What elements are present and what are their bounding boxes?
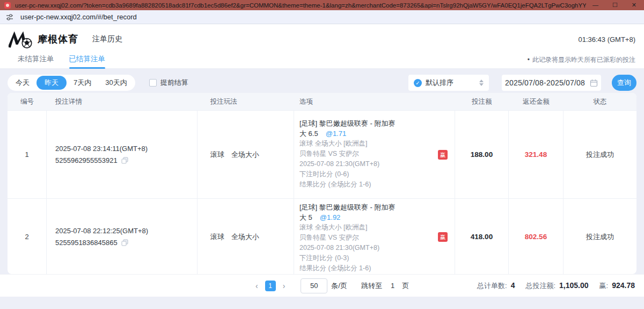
tab-unsettled-bets[interactable]: 未结算注单	[18, 54, 54, 69]
col-header-selection: 选项	[294, 93, 455, 110]
sort-selected-label: 默认排序	[426, 78, 479, 88]
selection-pick: 大 5	[299, 213, 312, 221]
total-stake-value: 1,105.00	[559, 281, 589, 290]
url-text[interactable]: user-pc-new.xxqj02.com/#/bet_record	[20, 13, 137, 21]
total-stake-label: 总投注额:	[525, 281, 555, 291]
table-row: 1 2025-07-08 23:14:11(GMT+8) 52559629555…	[8, 110, 636, 198]
cell-play-type: 滚球 全场大小	[197, 199, 294, 274]
early-settlement-filter: 提前结算	[149, 78, 188, 88]
window-title: user-pc-new.xxqj02.com/?token=cdb3a9689f…	[15, 2, 586, 9]
check-circle-icon: ✓	[414, 79, 422, 87]
sort-carets-icon	[479, 80, 484, 86]
selection-live-score: 下注时比分 (0-6)	[299, 169, 349, 179]
current-page-button[interactable]: 1	[265, 281, 276, 291]
total-count-label: 总计单数:	[477, 281, 507, 291]
calendar-icon	[590, 79, 598, 87]
per-page-label: 条/页	[331, 281, 347, 291]
bet-time: 2025-07-08 23:14:11(GMT+8)	[55, 143, 148, 155]
cell-play-type: 滚球 全场大小	[197, 111, 294, 198]
cell-no: 1	[8, 111, 47, 198]
app-window: user-pc-new.xxqj02.com/?token=cdb3a9689f…	[0, 0, 644, 309]
date-range-picker[interactable]: 2025/07/08-2025/07/08	[502, 75, 601, 91]
table-header-row: 编号 投注详情 投注玩法 选项 投注额 返还金额 状态	[8, 93, 636, 110]
cell-status: 投注成功	[564, 199, 636, 274]
selection-market: 滚球 全场大小 [欧洲盘]	[299, 222, 367, 233]
search-button[interactable]: 查询	[612, 75, 636, 91]
col-header-stake: 投注额	[455, 93, 509, 110]
selection-match: 贝鲁特星 VS 安萨尔	[299, 149, 359, 159]
bet-time: 2025-07-08 22:12:25(GMT+8)	[55, 225, 148, 237]
page-unit-label: 页	[402, 281, 409, 291]
selection-league: [足球] 黎巴嫩超级联赛 - 附加赛	[299, 202, 395, 212]
site-settings-icon[interactable]	[5, 13, 14, 21]
selection-league: [足球] 黎巴嫩超级联赛 - 附加赛	[299, 118, 395, 128]
jump-page-input[interactable]: 1	[391, 282, 394, 290]
record-notice: •此记录将显示昨天所有已派彩的投注	[528, 54, 635, 64]
selection-match: 贝鲁特星 VS 安萨尔	[299, 233, 359, 243]
early-settlement-checkbox[interactable]	[149, 79, 157, 87]
selection-match-time: 2025-07-08 21:30(GMT+8)	[299, 159, 379, 169]
maximize-button[interactable]: ☐	[612, 0, 618, 10]
quick-range-group: 今天 昨天 7天内 30天内	[8, 75, 135, 91]
range-today-button[interactable]: 今天	[9, 76, 36, 90]
early-settlement-label: 提前结算	[160, 78, 188, 88]
page-size-input[interactable]	[301, 278, 327, 293]
cell-bet-detail: 2025-07-08 23:14:11(GMT+8) 5255962955553…	[47, 111, 197, 198]
col-header-payout: 返还金额	[509, 93, 564, 110]
total-win-label: 赢:	[599, 281, 609, 291]
tab-settled-bets[interactable]: 已结算注单	[69, 54, 106, 69]
browser-address-bar[interactable]: user-pc-new.xxqj02.com/#/bet_record	[0, 10, 644, 24]
bet-record-table: 编号 投注详情 投注玩法 选项 投注额 返还金额 状态 1 2025-07-08…	[8, 93, 636, 274]
brand-name: 摩根体育	[38, 33, 78, 46]
selection-match-time: 2025-07-08 21:30(GMT+8)	[299, 243, 379, 253]
copy-icon[interactable]	[121, 239, 128, 246]
cell-stake: 418.00	[455, 199, 509, 274]
selection-result-score: 结果比分 (全场比分 1-6)	[299, 263, 371, 274]
close-button[interactable]: ✕	[632, 0, 636, 10]
brand-logo-icon	[9, 30, 33, 49]
clock: 01:36:43 (GMT+8)	[578, 35, 635, 44]
selection-odds: @1.71	[326, 130, 347, 138]
col-header-play: 投注玩法	[197, 93, 294, 110]
range-30days-button[interactable]: 30天内	[98, 76, 134, 90]
bet-id: 5255962955553921	[55, 155, 118, 167]
notice-bullet: •	[528, 56, 530, 63]
table-row: 2 2025-07-08 22:12:25(GMT+8) 52559518368…	[8, 198, 636, 274]
date-range-value: 2025/07/08-2025/07/08	[505, 78, 585, 87]
col-header-no: 编号	[8, 93, 47, 110]
next-page-icon[interactable]: ›	[281, 282, 288, 290]
range-yesterday-button[interactable]: 昨天	[36, 76, 67, 90]
app-header: 摩根体育 注单历史 01:36:43 (GMT+8)	[0, 24, 644, 54]
bet-id: 5255951836845865	[55, 237, 118, 249]
window-titlebar: user-pc-new.xxqj02.com/?token=cdb3a9689f…	[0, 0, 644, 10]
notice-text: 此记录将显示昨天所有已派彩的投注	[532, 56, 635, 63]
prev-page-icon[interactable]: ‹	[253, 282, 260, 290]
filter-bar: 今天 昨天 7天内 30天内 提前结算 ✓ 默认排序 2025/07/08-20…	[8, 75, 636, 91]
win-badge: 赢	[438, 150, 448, 160]
sort-select[interactable]: ✓ 默认排序	[408, 75, 489, 91]
win-badge: 赢	[438, 232, 448, 242]
site-favicon-icon	[4, 2, 11, 9]
total-win-value: 924.78	[612, 281, 635, 290]
page-title: 注单历史	[92, 34, 122, 44]
minimize-button[interactable]: —	[592, 0, 598, 10]
selection-odds: @1.92	[320, 213, 341, 221]
selection-live-score: 下注时比分 (0-3)	[299, 253, 349, 263]
cell-payout: 802.56	[509, 199, 564, 274]
total-count-value: 4	[511, 281, 515, 290]
jump-to-label: 跳转至	[361, 281, 382, 291]
selection-pick: 大 6.5	[299, 130, 318, 138]
cell-status: 投注成功	[564, 111, 636, 198]
cell-no: 2	[8, 199, 47, 274]
tabs-row: 未结算注单 已结算注单 •此记录将显示昨天所有已派彩的投注	[0, 54, 644, 69]
col-header-detail: 投注详情	[47, 93, 197, 110]
col-header-status: 状态	[564, 93, 636, 110]
summary-totals: 总计单数: 4 总投注额: 1,105.00 赢: 924.78	[477, 281, 644, 291]
cell-selection: [足球] 黎巴嫩超级联赛 - 附加赛 大 5@1.92 滚球 全场大小 [欧洲盘…	[294, 199, 455, 274]
selection-result-score: 结果比分 (全场比分 1-6)	[299, 179, 371, 190]
range-7days-button[interactable]: 7天内	[67, 76, 98, 90]
cell-payout: 321.48	[509, 111, 564, 198]
selection-market: 滚球 全场大小 [欧洲盘]	[299, 139, 367, 149]
cell-selection: [足球] 黎巴嫩超级联赛 - 附加赛 大 6.5@1.71 滚球 全场大小 [欧…	[294, 111, 455, 198]
copy-icon[interactable]	[121, 157, 128, 164]
